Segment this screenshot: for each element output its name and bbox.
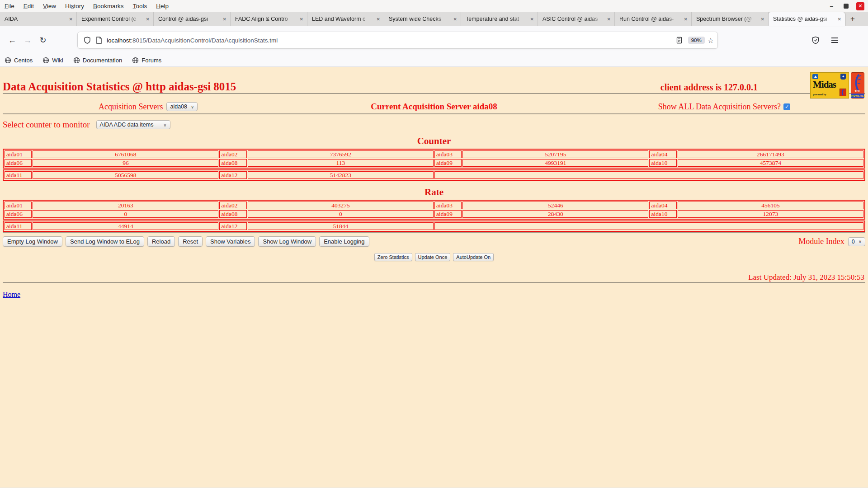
tab-active[interactable]: Statistics @ aidas-gsi✕ bbox=[769, 12, 845, 26]
bookmark-label: Centos bbox=[14, 57, 33, 64]
new-tab-button[interactable]: + bbox=[845, 12, 860, 26]
home-link[interactable]: Home bbox=[3, 291, 20, 299]
bookmark-documentation[interactable]: Documentation bbox=[73, 57, 122, 64]
update-once-button[interactable]: Update Once bbox=[415, 253, 451, 261]
bookmark-centos[interactable]: Centos bbox=[5, 57, 33, 64]
url-text: localhost:8015/DataAcquisitionControl/Da… bbox=[107, 37, 674, 44]
client-address: client address is 127.0.0.1 bbox=[660, 80, 758, 93]
tab[interactable]: Experiment Control (c✕ bbox=[77, 12, 154, 26]
cell-name: aida09 bbox=[434, 210, 462, 218]
tab[interactable]: LED and Waveform c✕ bbox=[307, 12, 384, 26]
tab-close-icon[interactable]: ✕ bbox=[299, 16, 304, 23]
show-variables-button[interactable]: Show Variables bbox=[206, 236, 255, 247]
divider bbox=[3, 232, 865, 233]
menu-hamburger-icon[interactable] bbox=[831, 36, 838, 44]
tcl-logo-subtext: POWERED bbox=[851, 94, 864, 98]
close-button[interactable]: ✕ bbox=[856, 2, 864, 10]
tab-close-icon[interactable]: ✕ bbox=[453, 16, 458, 23]
chevron-down-icon: ∨ bbox=[191, 104, 194, 109]
tab[interactable]: System wide Checks✕ bbox=[384, 12, 461, 26]
tab-title: Temperature and stat bbox=[466, 16, 528, 22]
tab-close-icon[interactable]: ✕ bbox=[376, 16, 381, 23]
forward-button[interactable]: → bbox=[20, 33, 35, 48]
zero-statistics-button[interactable]: Zero Statistics bbox=[374, 253, 412, 261]
tab-title: LED and Waveform c bbox=[312, 16, 374, 22]
send-log-window-to-elog-button[interactable]: Send Log Window to ELog bbox=[66, 236, 144, 247]
menu-item-edit[interactable]: Edit bbox=[19, 1, 38, 11]
counter-table-main: aida016761068aida027376592aida035207195a… bbox=[3, 149, 865, 169]
reload-button[interactable]: ↻ bbox=[35, 33, 51, 48]
reload-button[interactable]: Reload bbox=[147, 236, 175, 247]
cell-value: 4993191 bbox=[462, 159, 648, 167]
minimize-button[interactable]: − bbox=[827, 2, 835, 10]
counter-type-select[interactable]: AIDA ADC data items ∨ bbox=[96, 120, 170, 129]
bookmark-label: Wiki bbox=[52, 57, 63, 64]
tab[interactable]: Spectrum Browser (@✕ bbox=[692, 12, 769, 26]
account-shield-icon[interactable] bbox=[811, 36, 820, 44]
tab[interactable]: ASIC Control @ aidas✕ bbox=[538, 12, 615, 26]
maximize-icon bbox=[844, 4, 849, 9]
counter-table-last: aida115056598aida125142823 bbox=[3, 169, 865, 181]
shield-icon[interactable] bbox=[81, 34, 93, 46]
tab[interactable]: FADC Align & Contro✕ bbox=[231, 12, 307, 26]
tab[interactable]: AIDA✕ bbox=[0, 12, 77, 26]
globe-icon bbox=[5, 57, 11, 64]
tab-close-icon[interactable]: ✕ bbox=[837, 16, 842, 23]
acquisition-server-select[interactable]: aida08 ∨ bbox=[166, 102, 198, 111]
cell-name: aida09 bbox=[434, 159, 462, 167]
empty-log-window-button[interactable]: Empty Log Window bbox=[3, 236, 62, 247]
select-counter-label: Select counter to monitor bbox=[3, 120, 90, 130]
url-bar[interactable]: localhost:8015/DataAcquisitionControl/Da… bbox=[78, 32, 717, 48]
midas-logo-text: Midas bbox=[813, 79, 836, 90]
page-info-icon[interactable] bbox=[93, 34, 105, 46]
table-row: aida060aida080aida0928430aida1012073 bbox=[5, 210, 863, 218]
maximize-button[interactable] bbox=[842, 2, 850, 10]
menu-item-view[interactable]: View bbox=[38, 1, 61, 11]
tab-close-icon[interactable]: ✕ bbox=[222, 16, 227, 23]
server-row: Acquisition Servers aida08 ∨ Current Acq… bbox=[3, 100, 865, 113]
autoupdate-on-button[interactable]: AutoUpdate On bbox=[453, 253, 494, 261]
module-index-select[interactable]: 0 ∨ bbox=[848, 237, 865, 246]
reader-mode-icon[interactable] bbox=[674, 34, 685, 46]
show-all-checkbox[interactable]: ✓ bbox=[783, 103, 790, 110]
show-log-window-button[interactable]: Show Log Window bbox=[258, 236, 316, 247]
menu-item-history[interactable]: History bbox=[61, 1, 89, 11]
tab-close-icon[interactable]: ✕ bbox=[606, 16, 612, 23]
reset-button[interactable]: Reset bbox=[178, 236, 203, 247]
enable-logging-button[interactable]: Enable Logging bbox=[319, 236, 369, 247]
cell-value: 5207195 bbox=[462, 150, 648, 158]
tab-close-icon[interactable]: ✕ bbox=[760, 16, 765, 23]
navigation-toolbar: ← → ↻ localhost:8015/DataAcquisitionCont… bbox=[0, 26, 868, 54]
bookmark-wiki[interactable]: Wiki bbox=[42, 57, 63, 64]
table-row: aida016761068aida027376592aida035207195a… bbox=[5, 150, 863, 158]
midas-logo-subtext: powered by bbox=[813, 93, 826, 96]
bookmarks-bar: CentosWikiDocumentationForums bbox=[0, 54, 868, 67]
tab-close-icon[interactable]: ✕ bbox=[529, 16, 535, 23]
cell-value: 7376592 bbox=[248, 150, 434, 158]
menu-item-help[interactable]: Help bbox=[151, 1, 173, 11]
cell-value: 4573874 bbox=[678, 159, 863, 167]
midas-logo: ✦ Midas powered by bbox=[810, 72, 849, 99]
bookmark-forums[interactable]: Forums bbox=[132, 57, 161, 64]
menu-item-file[interactable]: File bbox=[0, 1, 19, 11]
tab-close-icon[interactable]: ✕ bbox=[683, 16, 689, 23]
cell-name: aida04 bbox=[649, 150, 676, 158]
tab-title: Spectrum Browser (@ bbox=[696, 16, 758, 22]
tab-close-icon[interactable]: ✕ bbox=[68, 16, 74, 23]
bookmark-label: Documentation bbox=[83, 57, 122, 64]
rate-table-main: aida0120163aida02403275aida0352446aida04… bbox=[3, 200, 865, 220]
bookmark-star-icon[interactable]: ☆ bbox=[708, 36, 714, 45]
back-button[interactable]: ← bbox=[5, 33, 20, 48]
cell-name: aida04 bbox=[649, 202, 676, 209]
page-title: Data Acquisition Statistics @ http aidas… bbox=[3, 80, 236, 93]
table-row: aida0120163aida02403275aida0352446aida04… bbox=[5, 202, 863, 209]
menu-item-bookmarks[interactable]: Bookmarks bbox=[89, 1, 128, 11]
cell-value: 0 bbox=[33, 210, 218, 218]
menu-item-tools[interactable]: Tools bbox=[128, 1, 152, 11]
tab[interactable]: Control @ aidas-gsi✕ bbox=[154, 12, 231, 26]
update-buttons-row: Zero StatisticsUpdate OnceAutoUpdate On bbox=[3, 253, 865, 261]
tab[interactable]: Run Control @ aidas-✕ bbox=[615, 12, 692, 26]
tab[interactable]: Temperature and stat✕ bbox=[461, 12, 538, 26]
zoom-level-badge[interactable]: 90% bbox=[688, 37, 705, 44]
tab-close-icon[interactable]: ✕ bbox=[145, 16, 151, 23]
